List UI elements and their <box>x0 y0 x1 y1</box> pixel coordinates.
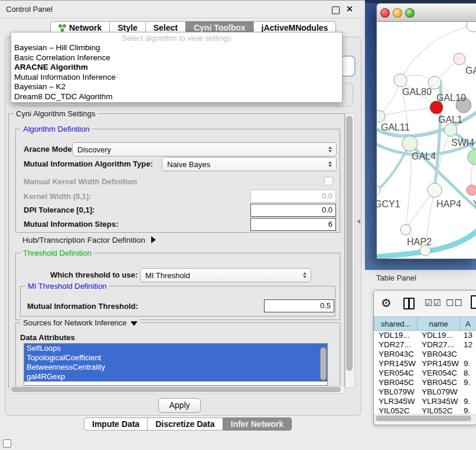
table-toolbar: ⚙ ☑☑ ☐☐ <box>374 291 476 317</box>
stepper-arrows-icon <box>325 161 335 167</box>
algorithm-option[interactable]: Bayesian – Hill Climbing <box>11 43 342 53</box>
table-row[interactable]: YLR345WYLR345W9. <box>374 397 476 406</box>
algorithm-option[interactable]: ARACNE Algorithm <box>11 63 342 73</box>
algorithm-popup-placeholder: Select algorithm to view settings <box>11 34 342 43</box>
table-row[interactable]: YDL19...YDL19...13 <box>374 331 476 340</box>
hub-definition-expander[interactable]: Hub/Transcription Factor Definition <box>22 236 156 244</box>
node-swi4[interactable] <box>444 123 457 136</box>
splitter-collapse-icon[interactable] <box>357 219 360 224</box>
kernel-width-field[interactable]: 0.0 <box>250 190 336 203</box>
node-gal4[interactable] <box>402 136 418 151</box>
node-hap2[interactable] <box>400 224 411 235</box>
table-row[interactable]: YBL079WYBL079W <box>374 387 476 397</box>
node[interactable] <box>467 22 476 32</box>
node-gal[interactable] <box>454 53 465 65</box>
control-panel-titlebar: Control Panel ✕ <box>0 1 361 18</box>
node-label-y: Y <box>473 199 476 210</box>
dpi-tolerance-label: DPI Tolerance [0,1]: <box>24 206 94 214</box>
corner-panel-icon[interactable] <box>3 439 11 448</box>
collapse-down-icon <box>131 321 138 326</box>
table-cell: YDR27... <box>417 340 459 350</box>
table-cell: YLR345W <box>374 397 417 406</box>
table-horizontal-thumb[interactable] <box>376 416 471 421</box>
node-label-gcy1: GCY1 <box>376 199 400 210</box>
mi-threshold-label: Mutual Information Threshold: <box>27 302 138 311</box>
algorithm-option[interactable]: Basic Correlation Inference <box>11 53 342 63</box>
table-cell: YDL19... <box>374 331 417 340</box>
which-threshold-select[interactable]: MI Threshold <box>140 268 311 282</box>
manual-kernel-label: Manual Kernel Width Definition <box>24 177 137 186</box>
table-cell: YER054C <box>417 369 459 378</box>
node-pink[interactable] <box>467 185 476 195</box>
data-attributes-label: Data Attributes <box>20 333 75 342</box>
zoom-traffic-light-icon[interactable] <box>405 8 415 18</box>
node-green-large[interactable] <box>468 149 476 165</box>
attribute-item[interactable]: gal4RGexp <box>24 372 327 381</box>
table-cell: 12 <box>459 340 476 350</box>
table-row[interactable]: YDR27...YDR27...12 <box>374 340 476 350</box>
node-label-gal80: GAL80 <box>402 87 432 97</box>
node-label-gal1: GAL1 <box>438 115 462 125</box>
document-icon[interactable] <box>471 295 476 309</box>
node-gal80[interactable] <box>394 74 407 87</box>
table-cell: YBL079W <box>417 387 459 397</box>
algorithm-popup-items: Bayesian – Hill ClimbingBasic Correlatio… <box>11 43 342 102</box>
table-cell: YLR345W <box>417 397 459 406</box>
tab-impute-data[interactable]: Impute Data <box>84 418 148 431</box>
aracne-mode-select[interactable]: Discovery <box>72 142 337 156</box>
network-window-titlebar[interactable] <box>377 4 476 22</box>
tab-infer-network[interactable]: Infer Network <box>223 418 292 431</box>
column-header[interactable]: name <box>417 317 459 331</box>
algorithm-definition-title: Algorithm Definition <box>21 125 92 133</box>
column-header[interactable]: A <box>459 317 476 331</box>
mi-steps-field[interactable]: 6 <box>250 218 336 231</box>
dpi-tolerance-field[interactable]: 0.0 <box>250 204 336 217</box>
settings-horizontal-thumb[interactable] <box>11 387 341 392</box>
algorithm-option[interactable]: Bayesian – K2 <box>11 82 342 92</box>
table-cell: 9. <box>459 378 476 387</box>
table-cell: 13 <box>459 331 476 340</box>
expand-right-icon <box>151 236 156 243</box>
tab-discretize-data[interactable]: Discretize Data <box>147 418 223 431</box>
data-attributes-list[interactable]: SelfLoopsTopologicalCoefficientBetweenne… <box>24 343 328 386</box>
close-icon[interactable]: ✕ <box>346 4 353 14</box>
settings-vertical-thumb[interactable] <box>346 116 353 371</box>
table-row[interactable]: YBR043CYBR043C <box>374 350 476 359</box>
sources-title[interactable]: Sources for Network Inference <box>21 318 140 327</box>
mi-type-select[interactable]: Naive Bayes <box>162 157 337 171</box>
table-cell: 9. <box>459 397 476 406</box>
table-cell: 9. <box>459 359 476 369</box>
close-traffic-light-icon[interactable] <box>380 8 390 18</box>
kernel-width-label: Kernel Width (0,1): <box>24 192 92 201</box>
cyni-settings-title: Cyni Algorithm Settings <box>14 109 97 118</box>
table-cell: YBL079W <box>374 387 417 397</box>
gear-icon[interactable]: ⚙ <box>381 296 392 310</box>
table-row[interactable]: YPR145WYPR145W9. <box>374 359 476 369</box>
algorithm-dropdown-popup: Select algorithm to view settings Bayesi… <box>11 32 343 103</box>
bottom-tabs: Impute DataDiscretize DataInfer Network <box>84 418 291 431</box>
node-label-gal10: GAL10 <box>436 93 466 103</box>
columns-icon[interactable] <box>403 298 415 309</box>
attribute-item[interactable]: BetweennessCentrality <box>24 363 327 372</box>
manual-kernel-checkbox[interactable] <box>324 177 333 185</box>
table-row[interactable]: YBR045CYBR045C9. <box>374 378 476 387</box>
table-row[interactable]: YER054CYER054C8. <box>374 369 476 378</box>
list-scrollbar-thumb[interactable] <box>320 347 327 380</box>
deselect-all-icon[interactable]: ☐☐ <box>446 298 463 308</box>
table-cell <box>459 350 476 359</box>
which-threshold-label: Which threshold to use: <box>50 270 138 279</box>
select-all-icon[interactable]: ☑☑ <box>425 298 442 308</box>
minimize-traffic-light-icon[interactable] <box>393 8 402 18</box>
algorithm-option[interactable]: Mutual Information Inference <box>11 73 342 83</box>
network-canvas[interactable]: GAL80GALGAL10GAL1GAL11SWI4GAL4GCY1HAP4YH… <box>377 22 476 259</box>
column-header[interactable]: shared... <box>374 317 418 331</box>
attribute-item[interactable]: TopologicalCoefficient <box>24 353 327 363</box>
float-window-icon[interactable] <box>332 6 340 14</box>
table-cell: YBR043C <box>417 350 459 359</box>
node-hap4[interactable] <box>428 183 442 197</box>
attribute-item[interactable]: SelfLoops <box>24 344 327 353</box>
mi-type-label: Mutual Information Algorithm Type: <box>24 159 153 168</box>
mi-threshold-field[interactable]: 0.5 <box>264 299 334 312</box>
algorithm-option[interactable]: Dream8 DC_TDC Algorithm <box>11 92 342 102</box>
apply-button[interactable]: Apply <box>158 398 201 413</box>
